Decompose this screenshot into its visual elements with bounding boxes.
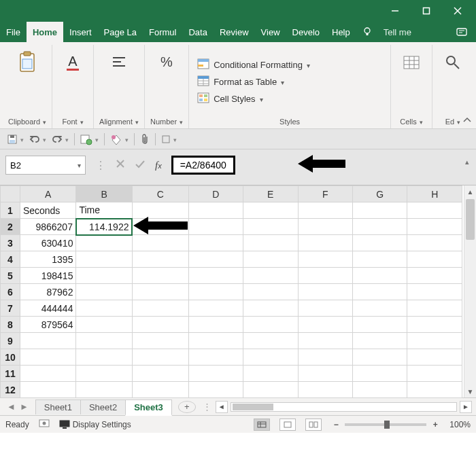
cell-D9[interactable] [188, 333, 243, 349]
cell-C9[interactable] [132, 333, 188, 349]
cell-H6[interactable] [407, 284, 462, 300]
cell-H3[interactable] [407, 235, 462, 251]
vertical-scroll-thumb[interactable] [466, 199, 475, 240]
display-settings-button[interactable]: Display Settings [59, 420, 131, 429]
row-header-4[interactable]: 4 [1, 251, 20, 268]
row-header-6[interactable]: 6 [1, 284, 20, 300]
sheet-tab-1[interactable]: Sheet1 [35, 399, 81, 414]
tab-home[interactable]: Home [27, 22, 63, 42]
cell-E9[interactable] [243, 333, 298, 349]
close-button[interactable] [442, 0, 473, 22]
cell-B1[interactable]: Time [76, 202, 133, 219]
col-header-D[interactable]: D [188, 186, 243, 202]
collapse-ribbon-button[interactable] [462, 116, 472, 126]
cell-C11[interactable] [132, 366, 188, 382]
cell-E11[interactable] [243, 366, 298, 382]
vertical-scrollbar[interactable]: ▲ ▼ [464, 185, 476, 397]
tab-developer[interactable]: Develo [286, 22, 326, 42]
cell-B4[interactable] [76, 251, 133, 268]
name-box-dropdown[interactable]: ▾ [78, 162, 81, 169]
cell-H1[interactable] [407, 202, 462, 219]
cell-G2[interactable] [352, 219, 407, 235]
cell-D12[interactable] [188, 382, 243, 398]
cell-A5[interactable]: 198415 [20, 268, 76, 284]
scroll-right-button[interactable]: ► [460, 401, 472, 413]
cell-F9[interactable] [298, 333, 352, 349]
col-header-B[interactable]: B [76, 186, 133, 202]
format-as-table-button[interactable]: Format as Table [197, 75, 284, 88]
cell-G9[interactable] [352, 333, 407, 349]
cell-H10[interactable] [407, 349, 462, 366]
cell-B9[interactable] [76, 333, 133, 349]
cell-A2[interactable]: 9866207 [20, 219, 76, 235]
cells-button[interactable] [396, 48, 426, 77]
cell-E3[interactable] [243, 235, 298, 251]
cell-F6[interactable] [298, 284, 352, 300]
maximize-button[interactable] [411, 0, 442, 22]
cell-C7[interactable] [132, 300, 188, 317]
save-button[interactable] [7, 134, 24, 145]
zoom-slider[interactable] [345, 423, 426, 426]
alignment-button[interactable] [104, 48, 134, 77]
cell-D6[interactable] [188, 284, 243, 300]
cell-E4[interactable] [243, 251, 298, 268]
cell-G1[interactable] [352, 202, 407, 219]
cell-A4[interactable]: 1395 [20, 251, 76, 268]
horizontal-scroll-thumb[interactable] [233, 404, 273, 410]
row-header-7[interactable]: 7 [1, 300, 20, 317]
cell-B11[interactable] [76, 366, 133, 382]
cell-H7[interactable] [407, 300, 462, 317]
tab-help[interactable]: Help [326, 22, 356, 42]
cell-B10[interactable] [76, 349, 133, 366]
cell-B7[interactable] [76, 300, 133, 317]
cell-H4[interactable] [407, 251, 462, 268]
col-header-H[interactable]: H [407, 186, 462, 202]
cell-E8[interactable] [243, 317, 298, 333]
cell-C6[interactable] [132, 284, 188, 300]
clipboard-launcher[interactable] [43, 118, 46, 126]
font-launcher[interactable] [80, 118, 84, 126]
minimize-button[interactable] [379, 0, 411, 22]
macro-record-icon[interactable] [39, 419, 50, 430]
sheet-nav-next[interactable]: ► [20, 402, 29, 412]
row-header-3[interactable]: 3 [1, 235, 20, 251]
cell-C5[interactable] [132, 268, 188, 284]
tab-data[interactable]: Data [182, 22, 213, 42]
cell-F11[interactable] [298, 366, 352, 382]
spreadsheet-grid[interactable]: A B C D E F G H 1 Seconds Time 2 9866207… [0, 185, 462, 398]
cell-B8[interactable] [76, 317, 133, 333]
expand-formula-bar-button[interactable]: ▴ [465, 158, 469, 166]
cell-D5[interactable] [188, 268, 243, 284]
cell-A11[interactable] [20, 366, 76, 382]
row-header-9[interactable]: 9 [1, 333, 20, 349]
page-break-view-button[interactable] [305, 419, 322, 431]
number-launcher[interactable] [180, 118, 183, 126]
row-header-1[interactable]: 1 [1, 202, 20, 219]
tell-me-icon[interactable] [356, 22, 378, 42]
cell-H9[interactable] [407, 333, 462, 349]
scroll-left-button[interactable]: ◄ [216, 401, 228, 413]
cell-F7[interactable] [298, 300, 352, 317]
sheet-tab-2[interactable]: Sheet2 [80, 399, 126, 414]
cell-C12[interactable] [132, 382, 188, 398]
cell-A3[interactable]: 630410 [20, 235, 76, 251]
scroll-up-button[interactable]: ▲ [464, 185, 476, 198]
cell-B3[interactable] [76, 235, 133, 251]
cell-F10[interactable] [298, 349, 352, 366]
col-header-G[interactable]: G [352, 186, 407, 202]
cell-E1[interactable] [243, 202, 298, 219]
cell-F1[interactable] [298, 202, 352, 219]
cell-E5[interactable] [243, 268, 298, 284]
cell-E2[interactable] [243, 219, 298, 235]
tab-insert[interactable]: Insert [63, 22, 98, 42]
cell-H5[interactable] [407, 268, 462, 284]
cell-E7[interactable] [243, 300, 298, 317]
cell-C4[interactable] [132, 251, 188, 268]
cell-F12[interactable] [298, 382, 352, 398]
cell-E12[interactable] [243, 382, 298, 398]
cell-B2[interactable]: 114.1922 [76, 219, 133, 235]
number-button[interactable]: % [152, 48, 182, 77]
row-header-5[interactable]: 5 [1, 268, 20, 284]
cell-G6[interactable] [352, 284, 407, 300]
row-header-12[interactable]: 12 [1, 382, 20, 398]
